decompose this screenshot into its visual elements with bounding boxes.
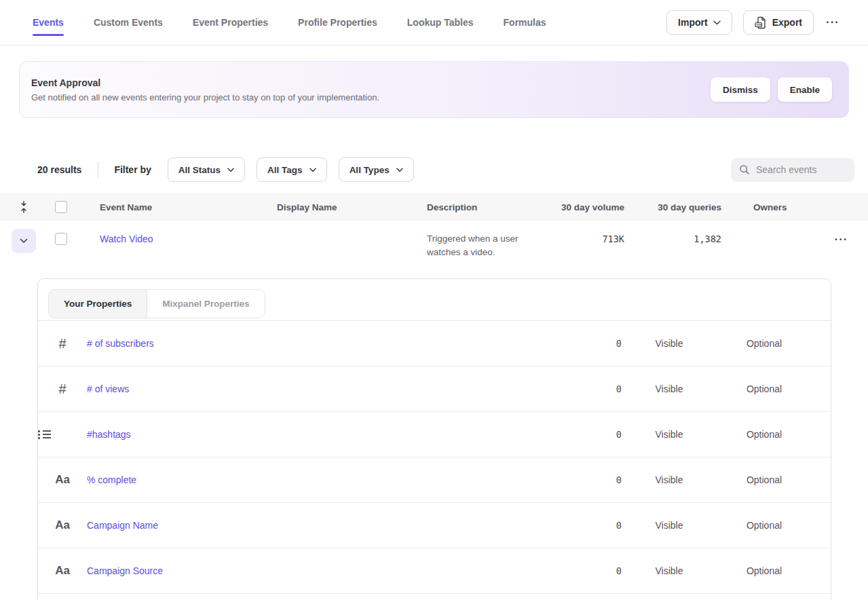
tags-filter-label: All Tags bbox=[267, 165, 303, 175]
chevron-down-icon bbox=[396, 168, 403, 172]
more-options-icon[interactable]: ··· bbox=[825, 13, 841, 32]
enable-button[interactable]: Enable bbox=[778, 77, 832, 102]
text-icon bbox=[38, 564, 87, 578]
row-actions-cell: ··· bbox=[814, 221, 868, 249]
text-icon bbox=[38, 519, 87, 532]
chevron-down-icon bbox=[713, 20, 721, 25]
property-visibility: Visible bbox=[622, 520, 717, 531]
property-row: #hashtags 0 Visible Optional bbox=[38, 412, 831, 457]
property-visibility: Visible bbox=[622, 429, 717, 440]
property-requirement: Optional bbox=[717, 338, 812, 349]
property-name-link[interactable]: Campaign Source bbox=[87, 565, 547, 576]
col-event-name: Event Name bbox=[100, 202, 277, 212]
property-visibility: Visible bbox=[622, 565, 717, 576]
csv-file-icon: csv bbox=[755, 16, 767, 29]
types-filter-label: All Types bbox=[350, 165, 390, 175]
banner-description: Get notified on all new events entering … bbox=[31, 92, 379, 102]
property-queries: 0 bbox=[547, 474, 622, 485]
property-visibility: Visible bbox=[622, 338, 717, 349]
properties-panel: Your Properties Mixpanel Properties # of… bbox=[37, 278, 831, 600]
tab-custom-events[interactable]: Custom Events bbox=[94, 0, 163, 45]
property-row: % complete 0 Visible Optional bbox=[38, 457, 831, 503]
top-nav: Events Custom Events Event Properties Pr… bbox=[0, 0, 868, 45]
types-filter-dropdown[interactable]: All Types bbox=[339, 157, 414, 182]
property-row: Campaign Source 0 Visible Optional bbox=[38, 548, 831, 594]
property-queries: 0 bbox=[547, 429, 622, 440]
status-filter-label: All Status bbox=[178, 165, 221, 175]
description-line-1: Triggered when a user bbox=[427, 232, 556, 246]
tab-profile-properties[interactable]: Profile Properties bbox=[298, 0, 377, 45]
tab-event-properties[interactable]: Event Properties bbox=[193, 0, 268, 45]
row-more-options-icon[interactable]: ··· bbox=[833, 230, 850, 249]
select-all-checkbox[interactable] bbox=[55, 201, 67, 213]
property-queries: 0 bbox=[547, 565, 622, 576]
chevron-down-icon bbox=[309, 168, 316, 172]
number-icon bbox=[38, 336, 87, 352]
property-name-link[interactable]: #hashtags bbox=[87, 429, 547, 440]
col-description: Description bbox=[427, 202, 556, 212]
queries-value: 1,382 bbox=[624, 233, 721, 244]
row-checkbox[interactable] bbox=[55, 233, 67, 245]
export-label: Export bbox=[772, 17, 802, 28]
volume-value: 713K bbox=[556, 233, 624, 244]
nav-actions: Import csv Export ··· bbox=[666, 10, 841, 35]
panel-tab-bar: Your Properties Mixpanel Properties bbox=[38, 279, 831, 321]
tab-mixpanel-properties[interactable]: Mixpanel Properties bbox=[147, 290, 264, 318]
dismiss-button[interactable]: Dismiss bbox=[711, 77, 770, 102]
properties-segmented-control: Your Properties Mixpanel Properties bbox=[48, 289, 265, 318]
text-icon bbox=[38, 473, 87, 487]
property-name-link[interactable]: # of views bbox=[87, 383, 547, 394]
collapse-row-button[interactable] bbox=[12, 229, 36, 253]
property-name-link[interactable]: Campaign Name bbox=[87, 520, 547, 531]
export-button[interactable]: csv Export bbox=[743, 10, 814, 35]
search-box bbox=[731, 158, 854, 182]
status-filter-dropdown[interactable]: All Status bbox=[168, 157, 245, 182]
property-row: Campaign Name 0 Visible Optional bbox=[38, 503, 831, 548]
property-name-link[interactable]: # of subscribers bbox=[87, 338, 547, 349]
import-button[interactable]: Import bbox=[666, 10, 732, 35]
nav-tabs: Events Custom Events Event Properties Pr… bbox=[33, 0, 546, 45]
col-owners: Owners bbox=[721, 202, 814, 212]
collapse-rows-icon[interactable] bbox=[0, 201, 48, 213]
col-queries: 30 day queries bbox=[624, 202, 721, 212]
search-icon bbox=[739, 164, 750, 175]
list-icon bbox=[38, 430, 52, 439]
property-queries: 0 bbox=[547, 338, 622, 349]
property-visibility: Visible bbox=[622, 383, 717, 394]
table-header: Event Name Display Name Description 30 d… bbox=[0, 193, 868, 221]
property-requirement: Optional bbox=[717, 565, 812, 576]
property-requirement: Optional bbox=[717, 429, 812, 440]
property-visibility: Visible bbox=[622, 474, 717, 485]
filter-by-label: Filter by bbox=[114, 164, 151, 175]
svg-text:csv: csv bbox=[756, 23, 761, 26]
property-queries: 0 bbox=[547, 520, 622, 531]
table-row: Watch Video Triggered when a user watche… bbox=[0, 221, 868, 268]
tab-formulas[interactable]: Formulas bbox=[504, 0, 546, 45]
property-row: # of views 0 Visible Optional bbox=[38, 367, 831, 412]
tab-events[interactable]: Events bbox=[33, 0, 64, 45]
event-name-link[interactable]: Watch Video bbox=[100, 233, 153, 244]
number-icon bbox=[38, 381, 87, 397]
expand-cell bbox=[0, 221, 48, 253]
chevron-down-icon bbox=[227, 168, 234, 172]
search-input[interactable] bbox=[756, 164, 837, 175]
property-requirement: Optional bbox=[717, 474, 812, 485]
select-all-cell bbox=[48, 201, 100, 213]
results-count: 20 results bbox=[37, 164, 81, 175]
tags-filter-dropdown[interactable]: All Tags bbox=[257, 157, 327, 182]
event-description: Triggered when a user watches a video. bbox=[427, 232, 556, 259]
col-volume: 30 day volume bbox=[556, 202, 624, 212]
tab-lookup-tables[interactable]: Lookup Tables bbox=[407, 0, 474, 45]
banner-title: Event Approval bbox=[31, 77, 379, 88]
event-approval-banner: Event Approval Get notified on all new e… bbox=[19, 61, 849, 118]
chevron-down-icon bbox=[20, 238, 28, 244]
import-label: Import bbox=[678, 17, 708, 28]
col-display-name: Display Name bbox=[277, 202, 427, 212]
banner-actions: Dismiss Enable bbox=[711, 77, 832, 102]
divider bbox=[98, 162, 98, 178]
banner-text: Event Approval Get notified on all new e… bbox=[31, 77, 379, 102]
property-name-link[interactable]: % complete bbox=[87, 474, 547, 485]
property-queries: 0 bbox=[547, 383, 622, 394]
filter-toolbar: 20 results Filter by All Status All Tags… bbox=[0, 157, 868, 182]
tab-your-properties[interactable]: Your Properties bbox=[49, 290, 147, 318]
